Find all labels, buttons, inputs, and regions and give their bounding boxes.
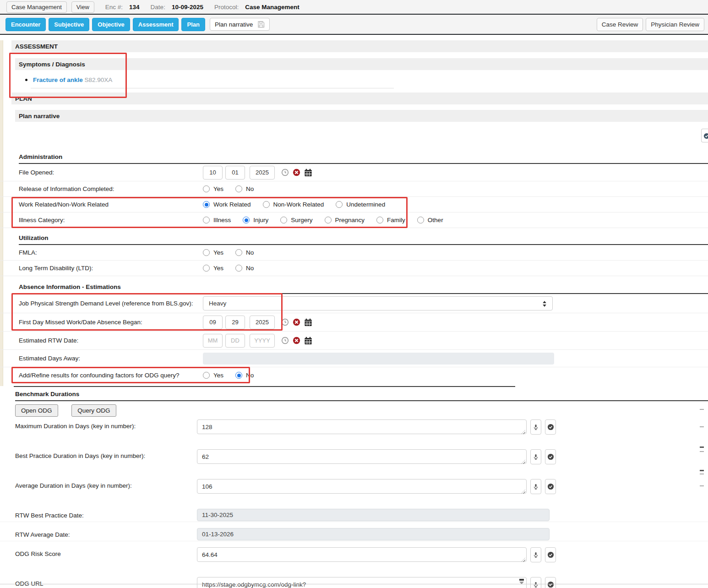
textarea-scrollbar[interactable] bbox=[519, 579, 524, 587]
field-row-best-practice-duration-days: Best Practice Duration in Days (key in n… bbox=[0, 449, 708, 465]
approve-button[interactable] bbox=[545, 449, 556, 464]
radio-icon[interactable] bbox=[235, 249, 242, 256]
tab-plan-narrative[interactable]: Plan narrative bbox=[210, 18, 270, 31]
clock-icon[interactable] bbox=[281, 169, 289, 176]
first-day-year-input[interactable] bbox=[250, 316, 275, 329]
assessment-title: ASSESSMENT bbox=[15, 43, 58, 50]
microphone-icon bbox=[533, 581, 539, 588]
physician-review-button[interactable]: Physician Review bbox=[646, 18, 704, 31]
clock-icon[interactable] bbox=[281, 337, 289, 344]
symptoms-header-bar: Symptoms / Diagnosis bbox=[15, 58, 708, 70]
check-circle-icon bbox=[547, 424, 554, 430]
field-control: 01-13-2026 bbox=[197, 528, 550, 540]
calendar-icon[interactable] bbox=[304, 318, 312, 327]
field-row-rtw-average-date: RTW Average Date:01-13-2026 bbox=[0, 528, 708, 541]
mic-button[interactable] bbox=[530, 547, 541, 562]
job-strength-select[interactable]: Heavy bbox=[203, 296, 553, 310]
case-review-button[interactable]: Case Review bbox=[597, 18, 643, 31]
tab-assessment[interactable]: Assessment bbox=[133, 18, 179, 31]
file-opened-month-input[interactable] bbox=[203, 166, 223, 180]
odg-risk-score-input[interactable] bbox=[197, 547, 527, 562]
tab-subjective[interactable]: Subjective bbox=[49, 18, 89, 31]
field-label: ODG URL bbox=[15, 577, 197, 587]
clear-date-icon[interactable] bbox=[293, 318, 300, 326]
query-odg-button[interactable]: Query ODG bbox=[71, 404, 116, 417]
file-opened-year-input[interactable] bbox=[250, 166, 275, 180]
radio-option-illness[interactable]: Illness bbox=[203, 217, 231, 223]
best-practice-duration-days-field bbox=[197, 449, 527, 465]
radio-icon[interactable] bbox=[203, 201, 210, 208]
calendar-icon[interactable] bbox=[304, 337, 312, 345]
radio-option-family[interactable]: Family bbox=[376, 217, 405, 223]
radio-icon[interactable] bbox=[263, 201, 270, 208]
radio-icon[interactable] bbox=[235, 265, 242, 272]
radio-icon[interactable] bbox=[417, 217, 424, 223]
estimated-rtw-day-input[interactable] bbox=[225, 334, 245, 348]
diagnosis-code: S82.90XA bbox=[85, 76, 113, 83]
maximum-duration-days-input[interactable] bbox=[197, 419, 527, 434]
approve-button[interactable] bbox=[545, 547, 556, 562]
radio-option-non-work-related[interactable]: Non-Work Related bbox=[263, 201, 324, 208]
radio-option-yes[interactable]: Yes bbox=[203, 185, 223, 192]
clear-date-icon[interactable] bbox=[293, 337, 300, 344]
estimated-rtw-year-input[interactable] bbox=[250, 334, 275, 348]
calendar-icon[interactable] bbox=[304, 169, 312, 177]
maximum-duration-days-field bbox=[197, 419, 527, 436]
first-day-month-input[interactable] bbox=[203, 316, 223, 329]
radio-icon[interactable] bbox=[203, 185, 210, 192]
radio-icon[interactable] bbox=[376, 217, 383, 223]
radio-option-injury[interactable]: Injury bbox=[243, 217, 268, 223]
radio-icon[interactable] bbox=[325, 217, 332, 223]
field-row-odg-risk-score: ODG Risk Score bbox=[0, 547, 708, 563]
clock-icon[interactable] bbox=[281, 318, 289, 326]
field-control: 11-30-2025 bbox=[197, 509, 550, 521]
radio-icon[interactable] bbox=[243, 217, 250, 223]
case-management-button[interactable]: Case Management bbox=[6, 1, 67, 13]
radio-icon[interactable] bbox=[203, 249, 210, 256]
mic-button[interactable] bbox=[530, 419, 541, 435]
radio-option-no[interactable]: No bbox=[235, 185, 254, 192]
diagnosis-link[interactable]: Fracture of ankle bbox=[33, 76, 83, 83]
radio-option-no[interactable]: No bbox=[235, 372, 254, 379]
odg-url-input[interactable] bbox=[197, 577, 527, 588]
radio-icon[interactable] bbox=[203, 372, 210, 379]
approve-button[interactable] bbox=[545, 577, 556, 588]
approve-button[interactable] bbox=[545, 479, 556, 494]
approve-button[interactable] bbox=[545, 419, 556, 435]
average-duration-days-input[interactable] bbox=[197, 479, 527, 494]
radio-option-no[interactable]: No bbox=[235, 249, 254, 256]
radio-icon[interactable] bbox=[235, 185, 242, 192]
clear-date-icon[interactable] bbox=[293, 169, 300, 176]
radio-option-yes[interactable]: Yes bbox=[203, 265, 223, 272]
radio-icon[interactable] bbox=[280, 217, 287, 223]
radio-option-yes[interactable]: Yes bbox=[203, 249, 223, 256]
tab-plan[interactable]: Plan bbox=[181, 18, 205, 31]
window-header: Case Management View Enc #: 134 Date: 10… bbox=[0, 0, 708, 15]
radio-option-undetermined[interactable]: Undetermined bbox=[336, 201, 385, 208]
mic-button[interactable] bbox=[530, 449, 541, 464]
radio-option-work-related[interactable]: Work Related bbox=[203, 201, 251, 208]
mic-button[interactable] bbox=[530, 479, 541, 494]
view-button[interactable]: View bbox=[71, 1, 94, 13]
date-value: 10-09-2025 bbox=[172, 4, 203, 11]
illness-radio-group: IllnessInjurySurgeryPregnancyFamilyOther bbox=[203, 217, 455, 223]
estimated-rtw-month-input[interactable] bbox=[203, 334, 223, 348]
file-opened-day-input[interactable] bbox=[225, 166, 245, 180]
radio-option-yes[interactable]: Yes bbox=[203, 372, 223, 379]
radio-icon[interactable] bbox=[336, 201, 343, 208]
bullet-icon bbox=[25, 79, 27, 81]
radio-option-pregnancy[interactable]: Pregnancy bbox=[325, 217, 365, 223]
open-odg-button[interactable]: Open ODG bbox=[15, 404, 58, 417]
radio-icon[interactable] bbox=[203, 265, 210, 272]
radio-label: Yes bbox=[213, 249, 223, 256]
radio-icon[interactable] bbox=[203, 217, 210, 223]
radio-option-surgery[interactable]: Surgery bbox=[280, 217, 312, 223]
radio-icon[interactable] bbox=[235, 372, 242, 379]
best-practice-duration-days-input[interactable] bbox=[197, 449, 527, 464]
radio-option-other[interactable]: Other bbox=[417, 217, 443, 223]
tab-encounter[interactable]: Encounter bbox=[5, 18, 46, 31]
tab-objective[interactable]: Objective bbox=[92, 18, 130, 31]
mic-button[interactable] bbox=[530, 577, 541, 588]
radio-option-no[interactable]: No bbox=[235, 265, 254, 272]
first-day-day-input[interactable] bbox=[225, 316, 245, 329]
